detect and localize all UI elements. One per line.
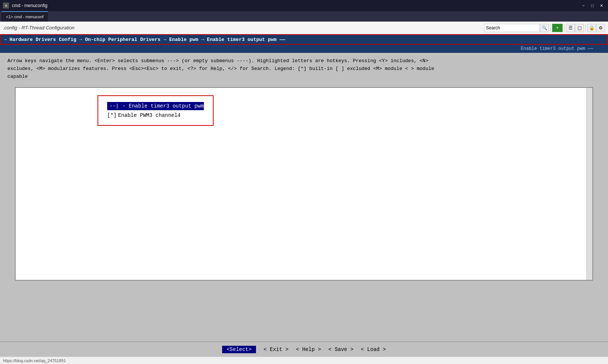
menu-area: --| - Enable timer3 output pwm [*] Enabl… bbox=[0, 83, 608, 342]
add-button[interactable]: + bbox=[552, 24, 563, 32]
maximize-button[interactable]: □ bbox=[589, 2, 596, 9]
title-bar-left: ■ cmd - menuconfig bbox=[3, 3, 47, 9]
help-text-block: Arrow keys navigate the menu. <Enter> se… bbox=[0, 53, 608, 83]
config-title: .config - RT-Thread Configuration bbox=[3, 25, 74, 31]
status-bar: https://blog.csdn.net/qq_24751891 bbox=[0, 357, 608, 364]
tab-1[interactable]: <1> cmd - menuconf bbox=[1, 11, 48, 22]
menu-item-2[interactable]: [*] Enable PWM3 channel4 bbox=[107, 112, 204, 119]
menu-item-2-label: Enable PWM3 channel4 bbox=[118, 112, 180, 118]
load-button[interactable]: < Load > bbox=[361, 347, 386, 352]
app-icon: ■ bbox=[3, 3, 9, 9]
separator-1 bbox=[550, 24, 551, 32]
search-wrapper: 🔍 + ☰ ▢ 🔒 ⚙ bbox=[484, 24, 605, 32]
select-button[interactable]: <Select> bbox=[222, 346, 256, 353]
view-button[interactable]: ☰ bbox=[566, 24, 575, 32]
help-button[interactable]: < Help > bbox=[296, 347, 321, 352]
help-line-1: Arrow keys navigate the menu. <Enter> se… bbox=[7, 57, 601, 65]
sub-breadcrumb: Enable timer3 output pwm —— bbox=[0, 45, 608, 53]
bottom-bar: <Select> < Exit > < Help > < Save > < Lo… bbox=[0, 342, 608, 357]
separator-3 bbox=[585, 24, 586, 32]
tab-1-label: <1> cmd - menuconf bbox=[6, 15, 44, 19]
search-button[interactable]: 🔍 bbox=[540, 24, 549, 32]
menu-outer-box: --| - Enable timer3 output pwm [*] Enabl… bbox=[15, 87, 593, 281]
panel-button[interactable]: ▢ bbox=[575, 24, 584, 32]
menu-item-1[interactable]: --| - Enable timer3 output pwm bbox=[107, 102, 204, 110]
main-content: Arrow keys navigate the menu. <Enter> se… bbox=[0, 53, 608, 342]
menu-item-1-prefix: --| bbox=[107, 103, 121, 109]
scrollbar[interactable] bbox=[586, 88, 592, 280]
window-title: cmd - menuconfig bbox=[12, 3, 47, 8]
save-button[interactable]: < Save > bbox=[329, 347, 353, 352]
separator-2 bbox=[564, 24, 564, 32]
sub-breadcrumb-text: Enable timer3 output pwm —— bbox=[521, 46, 593, 51]
tab-bar: <1> cmd - menuconf bbox=[0, 11, 608, 22]
window-controls: − □ ✕ bbox=[580, 2, 605, 9]
help-line-3: capable bbox=[7, 73, 601, 81]
menu-inner-box: --| - Enable timer3 output pwm [*] Enabl… bbox=[97, 95, 214, 126]
help-line-2: excludes, <M> modularizes features. Pres… bbox=[7, 65, 601, 73]
menu-item-2-prefix: [*] bbox=[107, 112, 116, 118]
status-url: https://blog.csdn.net/qq_24751891 bbox=[3, 358, 66, 363]
toolbar: .config - RT-Thread Configuration 🔍 + ☰ … bbox=[0, 22, 608, 34]
content-wrapper: Arrow keys navigate the menu. <Enter> se… bbox=[0, 53, 608, 364]
breadcrumb-bar: → Hardware Drivers Config → On-chip Peri… bbox=[0, 34, 608, 45]
title-bar: ■ cmd - menuconfig − □ ✕ bbox=[0, 0, 608, 11]
main-window: ■ cmd - menuconfig − □ ✕ <1> cmd - menuc… bbox=[0, 0, 608, 364]
lock-button[interactable]: 🔒 bbox=[587, 24, 596, 32]
breadcrumb-text: → Hardware Drivers Config → On-chip Peri… bbox=[4, 37, 285, 42]
minimize-button[interactable]: − bbox=[580, 2, 587, 9]
menu-item-1-label: - Enable timer3 output pwm bbox=[121, 103, 204, 109]
search-input[interactable] bbox=[484, 24, 540, 32]
exit-button[interactable]: < Exit > bbox=[263, 347, 288, 352]
close-button[interactable]: ✕ bbox=[598, 2, 605, 9]
settings-button[interactable]: ⚙ bbox=[596, 24, 605, 32]
